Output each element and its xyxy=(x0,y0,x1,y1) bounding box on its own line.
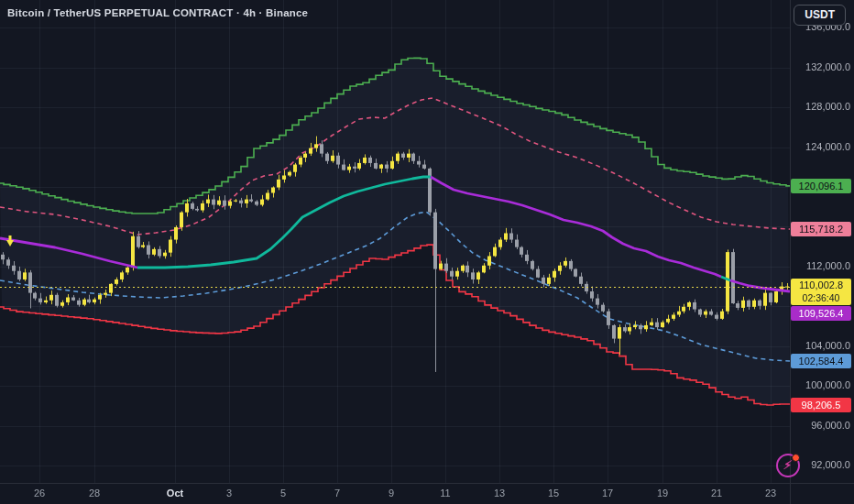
upper-mid-badge[interactable]: 115,718.2 xyxy=(791,222,851,236)
price-axis-label: 104,000.0 xyxy=(790,340,850,351)
time-axis-label: 9 xyxy=(389,488,394,499)
last-price-badge[interactable]: 110,002.802:36:40 xyxy=(791,279,851,305)
time-axis-label: Oct xyxy=(167,488,183,499)
time-axis-label: 13 xyxy=(494,488,505,499)
price-axis-label: 124,000.0 xyxy=(790,141,850,152)
time-axis-label: 5 xyxy=(280,488,286,499)
time-axis-label: 3 xyxy=(226,488,232,499)
price-axis-label: 112,000.0 xyxy=(790,260,850,271)
trading-chart-window: Bitcoin / TetherUS PERPETUAL CONTRACT · … xyxy=(0,0,854,504)
time-axis-label: 28 xyxy=(89,488,100,499)
time-axis-label: 19 xyxy=(657,488,668,499)
price-axis-label: 96,000.0 xyxy=(790,420,850,431)
time-axis-label: 7 xyxy=(334,488,340,499)
middle-band-badge[interactable]: 109,526.4 xyxy=(791,306,851,321)
time-axis-label: 21 xyxy=(711,488,722,499)
lower-mid-badge[interactable]: 102,584.4 xyxy=(791,354,851,368)
time-axis-label: 11 xyxy=(440,488,450,499)
time-axis-label: 15 xyxy=(548,488,559,499)
price-axis-label: 128,000.0 xyxy=(790,101,850,112)
boost-button[interactable]: ⚡︎ xyxy=(776,454,800,477)
price-chart-canvas[interactable] xyxy=(0,0,854,504)
price-axis-label: 132,000.0 xyxy=(790,61,850,72)
lower-band-badge[interactable]: 98,206.5 xyxy=(791,398,851,412)
currency-toggle-button[interactable]: USDT xyxy=(794,5,846,26)
chart-title: Bitcoin / TetherUS PERPETUAL CONTRACT · … xyxy=(7,7,308,18)
bar-countdown: 02:36:40 xyxy=(791,292,851,304)
time-axis-label: 26 xyxy=(34,488,45,499)
notification-dot xyxy=(792,454,800,462)
time-axis-label: 23 xyxy=(765,488,776,499)
upper-band-badge[interactable]: 120,096.1 xyxy=(791,179,851,193)
price-axis-label: 100,000.0 xyxy=(790,379,850,390)
time-axis-label: 17 xyxy=(602,488,613,499)
